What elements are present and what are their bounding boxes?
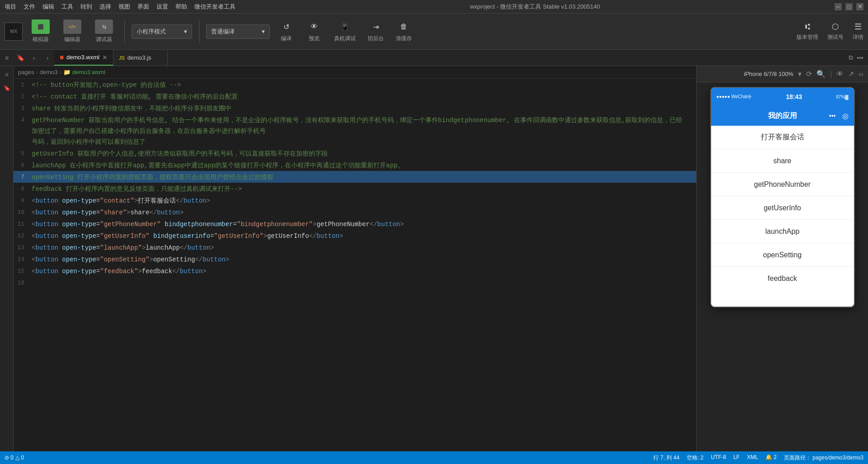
row-col-status: 行 7, 列 44 [653,454,679,462]
code-line-16: 16 [14,277,696,289]
more-sim-icon[interactable]: ‹‹ [859,70,863,78]
code-line-13: 13 <button open-type="launchApp">launchA… [14,241,696,253]
menu-item-goto[interactable]: 转到 [80,3,92,11]
code-line-7: 7 openSetting 打开小程序内置的授权页面，授权页面只会出现用户曾经点… [14,171,696,183]
page-path-label: 页面路径： pages/demo3/demo3 [784,454,863,462]
nav-forward-button[interactable]: › [41,50,54,66]
inspect-icon[interactable]: 🔍 [816,70,826,78]
cutover-icon: ⇥ [368,20,384,33]
close-button[interactable]: ✕ [856,3,863,10]
version-mgmt-button[interactable]: ⑆ 版本管理 [797,22,818,41]
phone-status-bar: ●●●●● WeChat令 18:43 97%▓ [711,88,854,106]
code-line-4: 4 getPhoneNumber 获取当前用户的手机号信息, 结合一个事件来使用… [14,114,696,147]
menu-item-edit[interactable]: 编辑 [42,3,54,11]
separator-1 [124,20,125,43]
main-area: ≡ 🔖 pages › demo3 › 📁 demo3.wxml 1 <!-- … [0,66,868,451]
xml-file-icon: ◼ [60,54,64,60]
phone-btn-feedback[interactable]: feedback [711,267,854,290]
real-debug-action[interactable]: 📱 真机调试 [330,19,359,44]
code-line-6: 6 launchApp 在小程序当中直接打开app,需要先在app中通过app的… [14,159,696,171]
encoding-status: UTF-8 [711,454,726,462]
phone-btn-contact[interactable]: 打开客服会话 [711,126,854,149]
more-options-icon[interactable]: ••• [857,54,863,62]
phone-app-title: 我的应用 [768,111,797,121]
tab-demo3-wxml[interactable]: ◼ demo3.wxml ✕ [54,50,113,66]
clear-cache-action[interactable]: 🗑 清缓存 [392,19,415,44]
phone-navbar-more-icon[interactable]: ••• [829,112,836,119]
phone-btn-opensetting[interactable]: openSetting [711,243,854,267]
nav-left-panel-button[interactable]: ≡ [0,50,14,66]
menu-item-tools[interactable]: 工具 [61,3,73,11]
nav-bookmark-button[interactable]: 🔖 [14,50,27,66]
nav-back-button[interactable]: ‹ [27,50,41,66]
js-file-icon: JS [119,55,125,61]
simulator-icon[interactable]: ⬛ [32,19,50,34]
menu-item-interface[interactable]: 界面 [137,3,149,11]
menu-bar: 项目 文件 编辑 工具 转到 选择 视图 界面 设置 帮助 微信开发者工具 wx… [0,0,868,14]
test-label: 测试号 [827,33,844,41]
phone-btn-share[interactable]: share [711,149,854,173]
sep: | [830,70,832,78]
editor-container: pages › demo3 › 📁 demo3.wxml 1 <!-- butt… [14,66,696,451]
status-bar: ⊘ 0 △ 0 行 7, 列 44 空格: 2 UTF-8 LF XML 🔔 2… [0,451,868,464]
phone-navbar-camera-icon[interactable]: ◎ [842,112,849,120]
debugger-icon[interactable]: ⇆ [95,19,113,34]
details-button[interactable]: ☰ 详情 [853,22,863,41]
maximize-button[interactable]: □ [845,3,853,10]
split-editor-icon[interactable]: ⧉ [849,54,853,62]
menu-item-file[interactable]: 文件 [24,3,35,11]
simulator-content: ●●●●● WeChat令 18:43 97%▓ 我的应用 ••• ◎ 打开客服… [697,82,868,451]
close-tab-wxml[interactable]: ✕ [102,54,108,61]
side-panel-toggle: ≡ 🔖 [0,66,14,451]
phone-battery: 97%▓ [836,95,848,99]
compile-action-label: 编译 [281,35,292,43]
menu-item-settings[interactable]: 设置 [156,3,168,11]
simulator-tool[interactable]: ⬛ 模拟器 [27,17,54,46]
rotate-icon[interactable]: ⟳ [806,70,812,78]
compile-icon: ↺ [278,20,294,33]
spaces-status: 空格: 2 [687,454,703,462]
debugger-tool[interactable]: ⇆ 调试器 [90,17,118,46]
details-label: 详情 [853,33,863,41]
menu-item-project[interactable]: 项目 [5,3,16,11]
mode-selector[interactable]: 小程序模式 ▾ [132,24,192,39]
tab-bar: ≡ 🔖 ‹ › ◼ demo3.wxml ✕ JS demo3.js ⧉ ••• [0,50,868,66]
eye-icon[interactable]: 👁 [836,70,844,78]
mode-dropdown-icon: ▾ [184,28,187,35]
toggle-bookmark-button[interactable]: 🔖 [2,83,12,93]
editor-tool[interactable]: </> 编辑器 [59,17,86,46]
breadcrumb-folder-icon: 📁 [63,69,71,76]
preview-action[interactable]: 👁 预览 [302,19,326,44]
clear-cache-icon: 🗑 [396,20,412,33]
phone-btn-getphone[interactable]: getPhoneNumber [711,173,854,196]
error-count: ⊘ 0 △ 0 [5,455,24,461]
cutover-action[interactable]: ⇥ 切后台 [364,19,387,44]
tab-demo3-js[interactable]: JS demo3.js [113,50,168,66]
app-logo: WX [5,23,23,41]
compile-selector[interactable]: 普通编译 ▾ [206,24,270,39]
phone-btn-getuserinfo[interactable]: getUserInfo [711,196,854,220]
menu-item-view[interactable]: 视图 [118,3,130,11]
test-button[interactable]: ⬡ 测试号 [827,22,844,41]
code-line-3: 3 share 转发当前的小程序到微信朋友中，不能把小程序分享到朋友圈中 [14,102,696,114]
phone-btn-launchapp[interactable]: launchApp [711,220,854,243]
minimize-button[interactable]: ─ [835,3,842,10]
compile-action[interactable]: ↺ 编译 [274,19,298,44]
device-selector[interactable]: iPhone 6/7/8 100% [744,71,793,77]
device-dropdown-icon: ▾ [798,70,802,78]
code-line-11: 11 <button open-type="getPhoneNumber" bi… [14,218,696,230]
menu-item-devtools[interactable]: 微信开发者工具 [194,3,236,11]
editor-icon[interactable]: </> [63,19,81,34]
cursor-icon[interactable]: ↗ [848,70,854,78]
code-line-2: 2 <!-- contact 直接打开 客服对话功能, 需要在微信小程序的后台配… [14,90,696,102]
menu-item-select[interactable]: 选择 [99,3,111,11]
tab-options: ⧉ ••• [849,50,868,66]
editor-label: 编辑器 [64,36,80,43]
test-icon: ⬡ [832,22,839,32]
toggle-panel-button[interactable]: ≡ [2,70,12,80]
compile-label: 普通编译 [211,28,235,36]
phone-frame: ●●●●● WeChat令 18:43 97%▓ 我的应用 ••• ◎ 打开客服… [710,87,855,308]
menu-item-help[interactable]: 帮助 [175,3,187,11]
page-path-value: pages/demo3/demo3 [812,455,863,461]
code-editor[interactable]: 1 <!-- button开发能力,open-type 的合法值 --> 2 <… [14,79,696,451]
